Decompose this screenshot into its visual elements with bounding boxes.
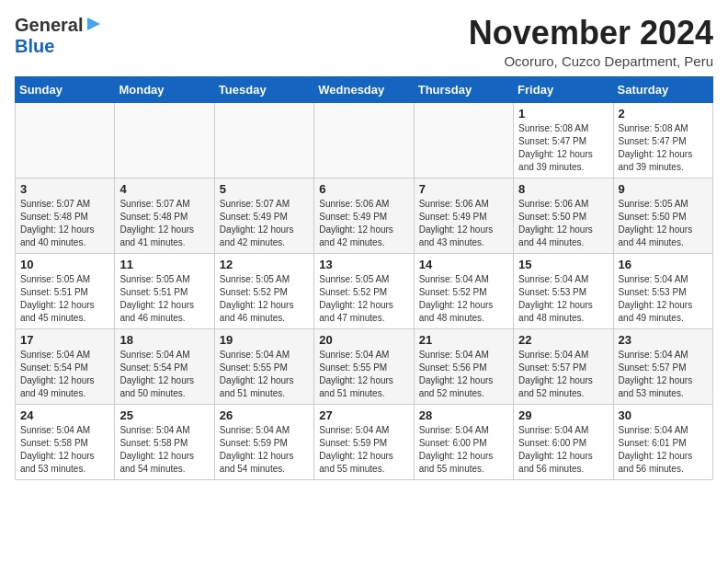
logo-blue: Blue xyxy=(15,36,54,56)
calendar-cell: 14Sunrise: 5:04 AM Sunset: 5:52 PM Dayli… xyxy=(414,253,513,328)
calendar-cell: 25Sunrise: 5:04 AM Sunset: 5:58 PM Dayli… xyxy=(115,404,214,479)
calendar-cell: 30Sunrise: 5:04 AM Sunset: 6:01 PM Dayli… xyxy=(613,404,712,479)
day-number: 11 xyxy=(119,258,209,271)
month-title: November 2024 xyxy=(469,15,713,52)
day-info: Sunrise: 5:04 AM Sunset: 6:00 PM Dayligh… xyxy=(419,424,508,476)
day-info: Sunrise: 5:04 AM Sunset: 6:01 PM Dayligh… xyxy=(619,424,708,476)
day-number: 13 xyxy=(319,258,408,271)
day-info: Sunrise: 5:04 AM Sunset: 6:00 PM Dayligh… xyxy=(518,424,608,476)
day-info: Sunrise: 5:05 AM Sunset: 5:52 PM Dayligh… xyxy=(220,273,309,325)
day-number: 20 xyxy=(319,333,408,347)
day-info: Sunrise: 5:04 AM Sunset: 5:55 PM Dayligh… xyxy=(319,349,408,400)
calendar-cell: 16Sunrise: 5:04 AM Sunset: 5:53 PM Dayli… xyxy=(613,253,712,328)
day-number: 21 xyxy=(419,333,508,347)
day-number: 30 xyxy=(619,408,708,422)
calendar-cell xyxy=(115,102,214,178)
day-info: Sunrise: 5:04 AM Sunset: 5:54 PM Dayligh… xyxy=(119,349,209,400)
day-number: 6 xyxy=(319,182,408,196)
day-number: 18 xyxy=(119,333,209,347)
calendar-cell: 18Sunrise: 5:04 AM Sunset: 5:54 PM Dayli… xyxy=(115,328,214,404)
day-info: Sunrise: 5:04 AM Sunset: 5:53 PM Dayligh… xyxy=(619,273,708,325)
location-subtitle: Ocoruro, Cuzco Department, Peru xyxy=(469,53,713,69)
weekday-header-wednesday: Wednesday xyxy=(314,76,414,102)
calendar-cell: 3Sunrise: 5:07 AM Sunset: 5:48 PM Daylig… xyxy=(16,178,115,253)
calendar-cell: 27Sunrise: 5:04 AM Sunset: 5:59 PM Dayli… xyxy=(314,404,414,479)
day-info: Sunrise: 5:08 AM Sunset: 5:47 PM Dayligh… xyxy=(518,122,608,174)
weekday-header-tuesday: Tuesday xyxy=(214,76,313,102)
day-info: Sunrise: 5:04 AM Sunset: 5:56 PM Dayligh… xyxy=(419,349,508,400)
weekday-header-thursday: Thursday xyxy=(414,76,513,102)
calendar-cell: 12Sunrise: 5:05 AM Sunset: 5:52 PM Dayli… xyxy=(214,253,313,328)
day-number: 7 xyxy=(419,182,508,196)
title-block: November 2024 Ocoruro, Cuzco Department,… xyxy=(469,15,713,69)
calendar-cell xyxy=(16,102,115,178)
day-info: Sunrise: 5:06 AM Sunset: 5:49 PM Dayligh… xyxy=(419,198,508,249)
day-info: Sunrise: 5:05 AM Sunset: 5:52 PM Dayligh… xyxy=(319,273,408,325)
calendar-cell: 24Sunrise: 5:04 AM Sunset: 5:58 PM Dayli… xyxy=(16,404,115,479)
day-info: Sunrise: 5:04 AM Sunset: 5:59 PM Dayligh… xyxy=(220,424,309,476)
svg-marker-0 xyxy=(87,17,100,30)
weekday-header-friday: Friday xyxy=(514,76,613,102)
day-info: Sunrise: 5:04 AM Sunset: 5:57 PM Dayligh… xyxy=(619,349,708,400)
calendar-table: SundayMondayTuesdayWednesdayThursdayFrid… xyxy=(15,76,713,480)
calendar-week-row: 17Sunrise: 5:04 AM Sunset: 5:54 PM Dayli… xyxy=(16,328,713,404)
day-info: Sunrise: 5:05 AM Sunset: 5:50 PM Dayligh… xyxy=(619,198,708,249)
day-number: 19 xyxy=(220,333,309,347)
day-info: Sunrise: 5:07 AM Sunset: 5:48 PM Dayligh… xyxy=(119,198,209,249)
calendar-cell: 11Sunrise: 5:05 AM Sunset: 5:51 PM Dayli… xyxy=(115,253,214,328)
calendar-cell: 17Sunrise: 5:04 AM Sunset: 5:54 PM Dayli… xyxy=(16,328,115,404)
day-number: 4 xyxy=(119,182,209,196)
day-number: 14 xyxy=(419,258,508,271)
day-info: Sunrise: 5:06 AM Sunset: 5:50 PM Dayligh… xyxy=(518,198,608,249)
day-number: 8 xyxy=(518,182,608,196)
day-info: Sunrise: 5:04 AM Sunset: 5:58 PM Dayligh… xyxy=(119,424,209,476)
day-info: Sunrise: 5:04 AM Sunset: 5:55 PM Dayligh… xyxy=(220,349,309,400)
calendar-week-row: 24Sunrise: 5:04 AM Sunset: 5:58 PM Dayli… xyxy=(16,404,713,479)
day-number: 25 xyxy=(119,408,209,422)
day-info: Sunrise: 5:04 AM Sunset: 5:59 PM Dayligh… xyxy=(319,424,408,476)
calendar-cell: 20Sunrise: 5:04 AM Sunset: 5:55 PM Dayli… xyxy=(314,328,414,404)
calendar-cell xyxy=(414,102,513,178)
weekday-header-monday: Monday xyxy=(115,76,214,102)
day-number: 10 xyxy=(20,258,109,271)
calendar-cell: 10Sunrise: 5:05 AM Sunset: 5:51 PM Dayli… xyxy=(16,253,115,328)
day-info: Sunrise: 5:05 AM Sunset: 5:51 PM Dayligh… xyxy=(119,273,209,325)
day-number: 1 xyxy=(518,107,608,121)
day-info: Sunrise: 5:04 AM Sunset: 5:54 PM Dayligh… xyxy=(20,349,109,400)
calendar-cell: 26Sunrise: 5:04 AM Sunset: 5:59 PM Dayli… xyxy=(214,404,313,479)
day-number: 3 xyxy=(20,182,109,196)
calendar-cell: 22Sunrise: 5:04 AM Sunset: 5:57 PM Dayli… xyxy=(514,328,613,404)
day-number: 24 xyxy=(20,408,109,422)
day-number: 22 xyxy=(518,333,608,347)
weekday-header-saturday: Saturday xyxy=(613,76,712,102)
day-info: Sunrise: 5:06 AM Sunset: 5:49 PM Dayligh… xyxy=(319,198,408,249)
calendar-cell xyxy=(314,102,414,178)
calendar-cell: 8Sunrise: 5:06 AM Sunset: 5:50 PM Daylig… xyxy=(514,178,613,253)
calendar-header-row: SundayMondayTuesdayWednesdayThursdayFrid… xyxy=(16,76,713,102)
calendar-cell: 4Sunrise: 5:07 AM Sunset: 5:48 PM Daylig… xyxy=(115,178,214,253)
day-number: 23 xyxy=(619,333,708,347)
day-info: Sunrise: 5:04 AM Sunset: 5:53 PM Dayligh… xyxy=(518,273,608,325)
day-info: Sunrise: 5:04 AM Sunset: 5:58 PM Dayligh… xyxy=(20,424,109,476)
day-number: 15 xyxy=(518,258,608,271)
day-number: 26 xyxy=(220,408,309,422)
page-header: General Blue November 2024 Ocoruro, Cuzc… xyxy=(15,15,713,69)
calendar-cell: 1Sunrise: 5:08 AM Sunset: 5:47 PM Daylig… xyxy=(514,102,613,178)
calendar-cell: 15Sunrise: 5:04 AM Sunset: 5:53 PM Dayli… xyxy=(514,253,613,328)
logo-arrow-icon xyxy=(85,16,102,36)
day-info: Sunrise: 5:07 AM Sunset: 5:48 PM Dayligh… xyxy=(20,198,109,249)
calendar-cell: 5Sunrise: 5:07 AM Sunset: 5:49 PM Daylig… xyxy=(214,178,313,253)
calendar-week-row: 1Sunrise: 5:08 AM Sunset: 5:47 PM Daylig… xyxy=(16,102,713,178)
calendar-cell xyxy=(214,102,313,178)
calendar-cell: 6Sunrise: 5:06 AM Sunset: 5:49 PM Daylig… xyxy=(314,178,414,253)
day-number: 16 xyxy=(619,258,708,271)
logo: General Blue xyxy=(15,15,102,57)
calendar-week-row: 3Sunrise: 5:07 AM Sunset: 5:48 PM Daylig… xyxy=(16,178,713,253)
calendar-cell: 23Sunrise: 5:04 AM Sunset: 5:57 PM Dayli… xyxy=(613,328,712,404)
day-number: 29 xyxy=(518,408,608,422)
day-info: Sunrise: 5:07 AM Sunset: 5:49 PM Dayligh… xyxy=(220,198,309,249)
calendar-cell: 13Sunrise: 5:05 AM Sunset: 5:52 PM Dayli… xyxy=(314,253,414,328)
day-info: Sunrise: 5:04 AM Sunset: 5:52 PM Dayligh… xyxy=(419,273,508,325)
calendar-cell: 2Sunrise: 5:08 AM Sunset: 5:47 PM Daylig… xyxy=(613,102,712,178)
day-number: 17 xyxy=(20,333,109,347)
